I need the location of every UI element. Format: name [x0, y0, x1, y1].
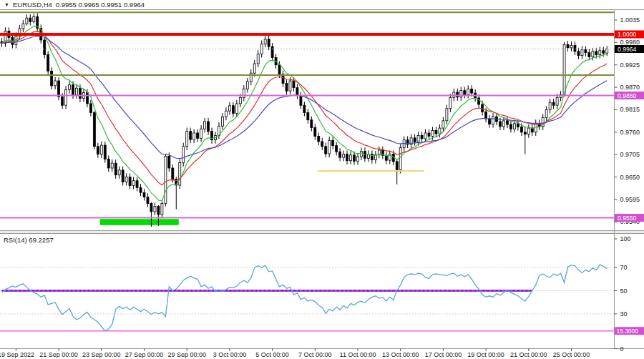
price-tick-label: 0.9705: [620, 151, 640, 158]
price-tick-label: 0.9650: [620, 174, 640, 181]
time-tick-label: 19 Sep 2022: [0, 351, 34, 358]
price-badge-text: 0.9550: [618, 215, 637, 222]
price-tick-label: 0.9595: [620, 196, 640, 203]
rsi-tick-label: 100: [620, 235, 631, 242]
price-tick-label: 1.0035: [620, 16, 640, 24]
rsi-indicator-label: RSI(14) 69.2257: [4, 236, 54, 244]
time-tick-label: 21 Oct 00:00: [510, 351, 547, 358]
price-tick-label: 0.9760: [620, 129, 640, 136]
green-support-zone-box: [100, 219, 179, 225]
time-tick-label: 5 Oct 00:00: [255, 351, 289, 358]
symbol-dropdown-icon[interactable]: ▼: [4, 2, 9, 7]
price-tick-label: 0.9870: [620, 84, 640, 91]
trading-chart-window: ▼ EURUSD,H4 0.9955 0.9965 0.9951 0.9964 …: [0, 0, 644, 359]
ohlc-values: 0.9955 0.9965 0.9951 0.9964: [56, 1, 145, 9]
rsi-tick-label: 70: [620, 264, 628, 271]
rsi-tick-label: 0: [620, 345, 624, 353]
price-badge-text: 0.9850: [618, 92, 637, 99]
price-tick-label: 0.9815: [620, 106, 640, 113]
time-tick-label: 11 Oct 00:00: [340, 351, 376, 358]
price-chart-panel[interactable]: RSI(14) 69.22571.00350.99800.99250.98700…: [0, 0, 644, 359]
time-tick-label: 21 Sep 00:00: [39, 351, 78, 358]
time-tick-label: 17 Oct 00:00: [425, 351, 462, 358]
time-tick-label: 7 Oct 00:00: [298, 351, 332, 358]
price-badge-text: 0.9964: [618, 46, 637, 53]
time-tick-label: 13 Oct 00:00: [382, 351, 419, 358]
symbol-title: EURUSD,H4: [13, 1, 52, 9]
rsi-badge-text: 15.3000: [617, 328, 639, 335]
time-tick-label: 23 Sep 00:00: [82, 351, 121, 358]
chart-canvas[interactable]: RSI(14) 69.22571.00350.99800.99250.98700…: [0, 0, 644, 359]
time-tick-label: 19 Oct 00:00: [467, 351, 504, 358]
time-tick-label: 29 Sep 00:00: [167, 351, 206, 358]
time-tick-label: 27 Sep 00:00: [125, 351, 164, 358]
price-tick-label: 0.9925: [620, 62, 640, 69]
rsi-tick-label: 30: [620, 310, 628, 318]
time-tick-label: 3 Oct 00:00: [213, 351, 247, 358]
chart-header: ▼ EURUSD,H4 0.9955 0.9965 0.9951 0.9964: [0, 0, 644, 9]
rsi-tick-label: 50: [620, 287, 628, 295]
price-badge-text: 1.0000: [618, 31, 637, 38]
time-tick-label: 25 Oct 00:00: [553, 351, 590, 358]
